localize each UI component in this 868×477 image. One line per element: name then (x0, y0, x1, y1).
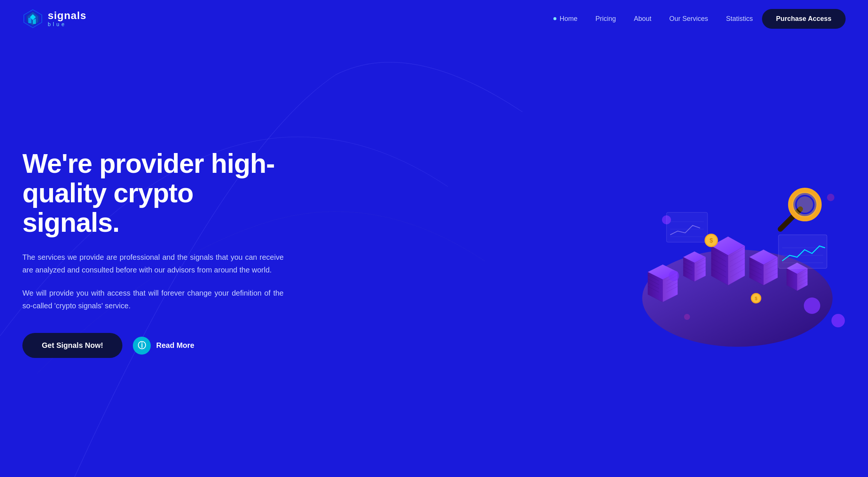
svg-point-79 (804, 297, 820, 314)
logo-text: signals blue (48, 10, 86, 27)
logo-blue-text: blue (48, 22, 86, 27)
hero-section: We're provider high-quality crypto signa… (0, 37, 868, 477)
hero-right-illustration: $ $ (291, 160, 846, 347)
read-more-label: Read More (156, 341, 194, 350)
logo-signals-text: signals (48, 10, 86, 22)
nav-item-home[interactable]: Home (553, 15, 577, 23)
nav-item-pricing[interactable]: Pricing (595, 15, 616, 23)
read-more-icon: ⓘ (133, 337, 151, 355)
nav-item-our-services[interactable]: Our Services (669, 15, 708, 23)
hero-description-2: We will provide you with access that wil… (22, 287, 284, 312)
svg-point-78 (669, 271, 679, 281)
nav-home-dot (553, 17, 556, 20)
hero-left-content: We're provider high-quality crypto signa… (22, 149, 291, 358)
get-signals-button[interactable]: Get Signals Now! (22, 333, 122, 358)
svg-point-3 (827, 194, 834, 201)
hero-title: We're provider high-quality crypto signa… (22, 149, 291, 238)
nav-pricing-link[interactable]: Pricing (595, 15, 616, 22)
nav-about-link[interactable]: About (634, 15, 651, 22)
nav-statistics-link[interactable]: Statistics (726, 15, 753, 22)
logo-icon (22, 8, 43, 29)
hero-illustration: $ $ (629, 160, 846, 347)
read-more-button[interactable]: ⓘ Read More (133, 337, 194, 355)
hero-buttons: Get Signals Now! ⓘ Read More (22, 333, 291, 358)
logo[interactable]: signals blue (22, 8, 86, 29)
svg-point-4 (831, 314, 845, 327)
navbar: signals blue Home Pricing About Our Serv… (0, 0, 868, 37)
nav-our-services-link[interactable]: Our Services (669, 15, 708, 22)
nav-item-statistics[interactable]: Statistics (726, 15, 753, 23)
nav-item-about[interactable]: About (634, 15, 651, 23)
svg-point-80 (684, 314, 690, 320)
svg-rect-64 (666, 212, 708, 242)
nav-home-link[interactable]: Home (559, 15, 577, 23)
purchase-access-button[interactable]: Purchase Access (762, 9, 846, 29)
hero-description-1: The services we provide are professional… (22, 251, 284, 276)
svg-text:$: $ (755, 296, 758, 301)
svg-text:$: $ (710, 237, 713, 244)
